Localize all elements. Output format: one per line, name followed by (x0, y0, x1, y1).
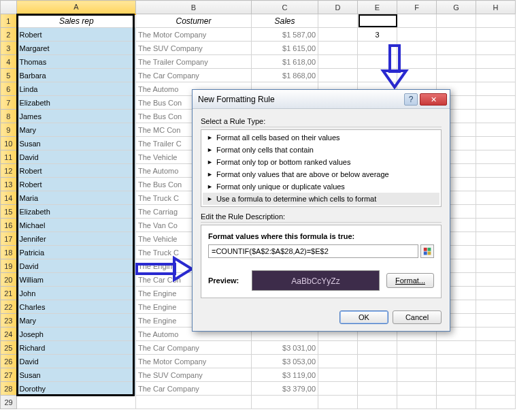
cell-H22[interactable] (476, 300, 516, 314)
cell-H13[interactable] (476, 178, 516, 191)
cell-D29[interactable] (318, 396, 358, 409)
cell-B1[interactable]: Costumer (136, 14, 252, 28)
cell-C4[interactable]: $1 618,00 (252, 55, 318, 69)
cell-H28[interactable] (476, 382, 516, 396)
cell-H20[interactable] (476, 273, 516, 287)
cell-A5[interactable]: Barbara (17, 69, 136, 82)
dialog-titlebar[interactable]: New Formatting Rule ? ✕ (193, 90, 450, 109)
rule-type-item[interactable]: ►Use a formula to determine which cells … (203, 193, 439, 205)
cell-D4[interactable] (318, 55, 358, 69)
cell-D25[interactable] (318, 341, 358, 355)
cell-A22[interactable]: Charles (17, 300, 136, 314)
row-header[interactable]: 22 (1, 300, 17, 314)
row-header[interactable]: 26 (1, 355, 17, 368)
cell-A23[interactable]: Mary (17, 314, 136, 327)
row-header[interactable]: 29 (1, 396, 17, 409)
cell-C2[interactable]: $1 587,00 (252, 28, 318, 42)
rule-type-item[interactable]: ►Format all cells based on their values (203, 131, 439, 144)
cell-E1[interactable] (358, 14, 397, 28)
cancel-button[interactable]: Cancel (393, 310, 442, 324)
row-header[interactable]: 24 (1, 327, 17, 341)
cell-H14[interactable] (476, 191, 516, 205)
row-header[interactable]: 27 (1, 368, 17, 382)
cell-C5[interactable]: $1 868,00 (252, 69, 318, 82)
cell-A14[interactable]: Maria (17, 191, 136, 205)
cell-E28[interactable] (358, 382, 397, 396)
row-header[interactable]: 5 (1, 69, 17, 82)
cell-G3[interactable] (437, 42, 476, 55)
cell-H26[interactable] (476, 355, 516, 368)
row-header[interactable]: 1 (1, 14, 17, 28)
cell-F27[interactable] (397, 368, 437, 382)
column-header-B[interactable]: B (136, 1, 252, 14)
row-header[interactable]: 28 (1, 382, 17, 396)
column-header-F[interactable]: F (397, 1, 437, 14)
cell-A20[interactable]: William (17, 273, 136, 287)
cell-G29[interactable] (437, 396, 476, 409)
cell-G5[interactable] (437, 69, 476, 82)
cell-C3[interactable]: $1 615,00 (252, 42, 318, 55)
column-header-D[interactable]: D (318, 1, 358, 14)
rule-type-item[interactable]: ►Format only cells that contain (203, 144, 439, 156)
cell-H5[interactable] (476, 69, 516, 82)
cell-E29[interactable] (358, 396, 397, 409)
cell-H6[interactable] (476, 82, 516, 96)
cell-A1[interactable]: Sales rep (17, 14, 136, 28)
cell-D5[interactable] (318, 69, 358, 82)
cell-H8[interactable] (476, 110, 516, 123)
range-selector-button[interactable] (420, 244, 434, 258)
cell-A29[interactable] (17, 396, 136, 409)
cell-H1[interactable] (476, 14, 516, 28)
cell-H21[interactable] (476, 287, 516, 300)
cell-H2[interactable] (476, 28, 516, 42)
row-header[interactable]: 4 (1, 55, 17, 69)
row-header[interactable]: 21 (1, 287, 17, 300)
cell-H12[interactable] (476, 164, 516, 178)
cell-D2[interactable] (318, 28, 358, 42)
row-header[interactable]: 20 (1, 273, 17, 287)
cell-H29[interactable] (476, 396, 516, 409)
cell-H18[interactable] (476, 246, 516, 259)
cell-C29[interactable] (252, 396, 318, 409)
column-header-G[interactable]: G (437, 1, 476, 14)
cell-G1[interactable] (437, 14, 476, 28)
cell-H11[interactable] (476, 150, 516, 164)
cell-B29[interactable] (136, 396, 252, 409)
row-header[interactable]: 17 (1, 232, 17, 246)
cell-A15[interactable]: Elizabeth (17, 205, 136, 219)
row-header[interactable]: 19 (1, 259, 17, 273)
cell-A9[interactable]: Mary (17, 123, 136, 137)
cell-F1[interactable] (397, 14, 437, 28)
cell-G28[interactable] (437, 382, 476, 396)
cell-D27[interactable] (318, 368, 358, 382)
cell-A8[interactable]: James (17, 110, 136, 123)
row-header[interactable]: 9 (1, 123, 17, 137)
cell-H24[interactable] (476, 327, 516, 341)
cell-G27[interactable] (437, 368, 476, 382)
cell-G2[interactable] (437, 28, 476, 42)
cell-G26[interactable] (437, 355, 476, 368)
cell-B5[interactable]: The Car Company (136, 69, 252, 82)
cell-A25[interactable]: Richard (17, 341, 136, 355)
formula-input[interactable] (208, 244, 418, 258)
cell-B4[interactable]: The Trailer Company (136, 55, 252, 69)
help-button[interactable]: ? (404, 93, 418, 106)
cell-A2[interactable]: Robert (17, 28, 136, 42)
column-header-H[interactable]: H (476, 1, 516, 14)
cell-G4[interactable] (437, 55, 476, 69)
cell-H9[interactable] (476, 123, 516, 137)
cell-H19[interactable] (476, 259, 516, 273)
cell-D3[interactable] (318, 42, 358, 55)
row-header[interactable]: 6 (1, 82, 17, 96)
cell-G25[interactable] (437, 341, 476, 355)
corner-cell[interactable] (1, 1, 17, 14)
cell-A21[interactable]: John (17, 287, 136, 300)
cell-E27[interactable] (358, 368, 397, 382)
column-header-A[interactable]: A (17, 1, 136, 14)
rule-type-list[interactable]: ►Format all cells based on their values►… (201, 129, 442, 207)
cell-A24[interactable]: Joseph (17, 327, 136, 341)
cell-A6[interactable]: Linda (17, 82, 136, 96)
cell-H3[interactable] (476, 42, 516, 55)
row-header[interactable]: 12 (1, 164, 17, 178)
cell-A4[interactable]: Thomas (17, 55, 136, 69)
